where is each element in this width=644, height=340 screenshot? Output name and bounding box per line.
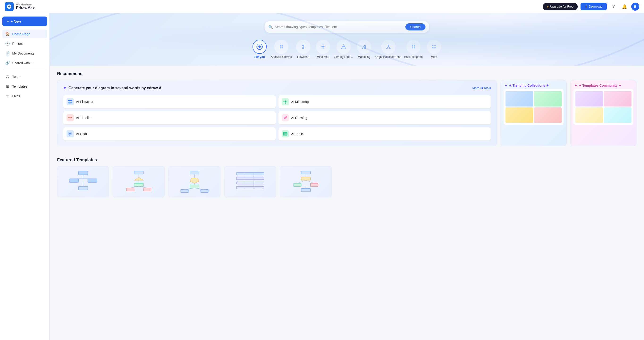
sidebar: ＋ + New 🏠 Home Page 🕐 Recent 📄 My Docume… [0,13,50,340]
ai-chat-icon [66,130,74,137]
ai-drawing-btn[interactable]: AI Drawing [278,111,491,125]
svg-point-16 [321,46,322,47]
ai-table-btn[interactable]: AI Table [278,127,491,141]
template-card-1[interactable] [113,166,165,197]
svg-rect-78 [126,188,134,191]
ai-timeline-btn[interactable]: AI Timeline [63,111,276,125]
ai-flowchart-icon [66,98,74,105]
sidebar-item-my-documents[interactable]: 📄 My Documents [2,49,47,58]
ai-card-header: ✦ Generate your diagram in several words… [63,86,491,91]
sparkle-community-icon: ✦ [574,84,577,87]
download-button[interactable]: ⬇ Download [580,3,607,10]
sidebar-divider [2,70,47,70]
svg-line-106 [306,180,314,183]
category-basic[interactable]: Basic Diagram [404,40,423,59]
sidebar-item-recent[interactable]: 🕐 Recent [2,39,47,48]
trending-collections-card[interactable]: ✦ ✦ Trending Collections ✦ [500,80,566,146]
category-analysis[interactable]: Analysis Canvas [271,40,292,59]
sidebar-item-templates[interactable]: ⊞ Templates [2,82,47,91]
search-button[interactable]: Search [406,23,425,31]
svg-rect-70 [78,186,88,190]
preview-tile-1 [506,91,533,107]
more-ai-link[interactable]: More AI Tools [472,86,491,90]
ai-chat-btn[interactable]: AI Chat [63,127,276,141]
recommend-section: Recommend ✦ Generate your diagram in sev… [50,66,644,152]
svg-rect-62 [284,132,287,135]
template-card-3[interactable] [224,166,276,197]
svg-rect-101 [294,183,301,186]
star-icon: ☆ [5,94,10,98]
svg-rect-34 [434,45,436,46]
template-thumb-2 [169,166,220,197]
category-flowchart[interactable]: Flowchart [295,40,312,59]
ai-flowchart-btn[interactable]: AI Flowchart [63,95,276,109]
svg-rect-39 [68,103,70,103]
category-strategy[interactable]: Strategy and... [334,40,353,59]
category-icon-basic [406,40,420,54]
svg-rect-38 [70,100,72,101]
svg-rect-2 [282,45,283,47]
templates-community-card[interactable]: ✦ ✦ Templates Community ✦ [570,80,636,146]
category-icon-for-you [252,40,267,54]
svg-rect-20 [362,48,363,49]
svg-rect-68 [69,179,78,183]
svg-rect-93 [236,173,264,175]
svg-rect-79 [143,188,151,191]
category-icon-more [427,40,441,54]
category-marketing[interactable]: Marketing [356,40,372,59]
preview-tile-2 [534,91,562,107]
svg-line-28 [388,47,390,48]
upgrade-button[interactable]: ♦ Upgrade for Free [543,3,578,11]
svg-point-52 [287,101,288,102]
category-label-analysis: Analysis Canvas [271,55,292,59]
svg-rect-25 [389,48,390,49]
trending-header: ✦ ✦ Trending Collections ✦ [501,80,566,89]
avatar[interactable]: E [631,3,639,11]
category-icon-strategy [336,40,351,54]
category-label-marketing: Marketing [358,55,370,59]
category-more[interactable]: More [426,40,442,59]
category-icon-mindmap [316,40,330,54]
svg-rect-4 [282,47,283,48]
sidebar-item-shared[interactable]: 🔗 Shared with ... [2,59,47,67]
category-label-flowchart: Flowchart [297,55,309,59]
category-label-org-chart: Organizational Chart [376,55,402,59]
svg-point-19 [343,46,344,47]
logo: Wondershare EdrawMax [5,2,35,11]
recommend-grid: ✦ Generate your diagram in several words… [57,80,636,146]
svg-rect-23 [388,45,389,46]
spark-icon: ✦ [63,86,66,91]
category-for-you[interactable]: For you [251,40,268,59]
svg-line-82 [130,186,139,188]
svg-rect-86 [190,185,199,188]
svg-rect-95 [236,182,264,184]
category-label-more: More [431,55,437,59]
template-card-0[interactable] [57,166,109,197]
sidebar-item-home[interactable]: 🏠 Home Page [2,30,47,38]
ai-mindmap-icon [282,98,289,105]
template-card-4[interactable] [280,166,332,197]
new-button[interactable]: ＋ + New [2,17,47,26]
svg-point-9 [322,46,324,48]
ai-mindmap-btn[interactable]: AI Mindmap [278,95,491,109]
sidebar-item-likes[interactable]: ☆ Likes [2,92,47,100]
preview-tile-3 [506,107,533,123]
category-mindmap[interactable]: Mind Map [314,40,332,59]
template-card-2[interactable] [168,166,220,197]
search-input[interactable] [275,25,406,29]
template-thumb-3 [224,166,276,197]
category-org-chart[interactable]: Organizational Chart [376,40,402,59]
svg-rect-67 [78,171,88,175]
ai-drawing-icon [282,114,289,121]
hero-banner: 🔍 Search For you [50,13,644,66]
sidebar-item-team[interactable]: ⬡ Team [2,72,47,81]
template-thumb-4 [280,166,332,197]
notifications-button[interactable]: 🔔 [620,3,628,11]
help-button[interactable]: ? [610,3,618,11]
svg-rect-99 [301,171,310,174]
community-tile-1 [575,91,603,107]
logo-text: Wondershare EdrawMax [16,3,35,10]
category-label-for-you: For you [254,55,265,59]
svg-rect-31 [412,47,413,48]
bell-icon: 🔔 [622,4,627,9]
